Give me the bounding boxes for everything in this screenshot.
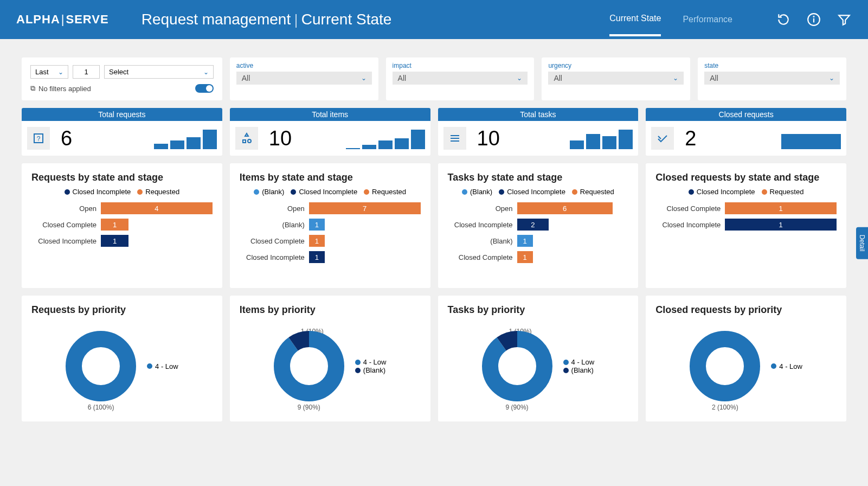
logo-right: SERVE	[66, 12, 109, 26]
kpi-title: Closed requests	[646, 108, 846, 121]
slicer-dropdown-impact[interactable]: All⌄	[393, 72, 528, 85]
page-title: Request management | Current State	[142, 11, 392, 28]
legend-item: (Blank)	[563, 366, 595, 374]
legend-item: (Blank)	[355, 366, 387, 374]
chart-title: Tasks by priority	[448, 304, 629, 316]
filter-small-icon: ⧉	[30, 84, 35, 93]
filter-card: Last⌄ 1 Select⌄ ⧉No filters applied	[22, 57, 222, 100]
select-last[interactable]: Last⌄	[30, 65, 68, 79]
kpi-title: Total items	[230, 108, 430, 121]
bar-label: (Blank)	[448, 237, 513, 245]
legend-item: Closed Incomplete	[689, 188, 755, 196]
bar-label: Closed Complete	[31, 221, 97, 229]
bar-row[interactable]: Closed Complete 1	[240, 235, 421, 247]
donut-legend: 4 - Low(Blank)	[563, 358, 595, 374]
svg-point-14	[698, 339, 752, 393]
refresh-icon[interactable]	[776, 12, 791, 27]
donut-bottom-label: 2 (100%)	[690, 404, 760, 411]
bar-label: Closed Complete	[240, 237, 305, 245]
kpi-value: 2	[685, 127, 696, 150]
kpi-value: 10	[269, 127, 292, 150]
tab-performance[interactable]: Performance	[683, 15, 732, 35]
donut-bottom-label: 9 (90%)	[274, 404, 344, 411]
kpi-closed-requests: Closed requests 2	[646, 108, 846, 156]
chart-title: Closed requests by state and stage	[655, 172, 837, 183]
legend-item: 4 - Low	[147, 362, 178, 370]
select-unit[interactable]: Select⌄	[104, 65, 214, 79]
donut-closed-requests-by-priority: Closed requests by priority 2 (100%) 4 -…	[646, 296, 846, 421]
donut-chart[interactable]: 1 (10%) 9 (90%)	[274, 331, 344, 401]
chart-requests-by-state-and-stage: Requests by state and stage Closed Incom…	[22, 163, 222, 288]
bar-row[interactable]: Open 7	[240, 202, 421, 214]
legend-item: Requested	[364, 188, 406, 196]
bar-row[interactable]: Closed Incomplete 1	[655, 219, 837, 231]
donut-legend: 4 - Low	[771, 362, 802, 370]
bar-row[interactable]: Closed Complete 1	[655, 202, 837, 214]
tab-current-state[interactable]: Current State	[609, 14, 661, 36]
bar-label: Closed Complete	[655, 204, 721, 213]
bar-row[interactable]: Closed Complete 1	[31, 219, 213, 231]
header: ALPHA|SERVE Request management | Current…	[0, 0, 868, 39]
donut-chart[interactable]: 2 (100%)	[690, 331, 760, 401]
no-filters-text: No filters applied	[38, 85, 91, 93]
bar-row[interactable]: Closed Incomplete 2	[448, 219, 629, 231]
slicer-label: active	[236, 62, 372, 69]
chart-items-by-state-and-stage: Items by state and stage (Blank)Closed I…	[230, 163, 430, 288]
slicer-impact: impact All⌄	[386, 57, 535, 100]
chart-tasks-by-state-and-stage: Tasks by state and stage (Blank)Closed I…	[438, 163, 639, 288]
bar-row[interactable]: Open 6	[448, 202, 629, 214]
svg-point-2	[813, 16, 814, 17]
slicer-dropdown-active[interactable]: All⌄	[236, 72, 372, 85]
slicer-dropdown-state[interactable]: All⌄	[704, 72, 840, 85]
bar-row[interactable]: Closed Incomplete 1	[240, 251, 421, 263]
svg-point-9	[74, 339, 128, 393]
slicer-state: state All⌄	[698, 57, 846, 100]
bar-row[interactable]: (Blank) 1	[448, 235, 629, 247]
legend-item: Requested	[762, 188, 804, 196]
legend-item: Closed Incomplete	[291, 188, 357, 196]
slicer-label: state	[704, 62, 840, 69]
kpi-icon	[235, 127, 258, 150]
donut-items-by-priority: Items by priority 1 (10%) 9 (90%) 4 - Lo…	[230, 296, 430, 421]
info-icon[interactable]	[806, 12, 821, 27]
bar-row[interactable]: Closed Complete 1	[448, 251, 629, 263]
donut-tasks-by-priority: Tasks by priority 1 (10%) 9 (90%) 4 - Lo…	[438, 296, 639, 421]
bar-row[interactable]: Closed Incomplete 1	[31, 235, 213, 247]
donut-chart[interactable]: 6 (100%)	[66, 331, 136, 401]
bar-label: Closed Incomplete	[240, 253, 305, 261]
bar-row[interactable]: (Blank) 1	[240, 219, 421, 231]
slicer-active: active All⌄	[230, 57, 378, 100]
kpi-total-tasks: Total tasks 10	[438, 108, 639, 156]
donut-legend: 4 - Low	[147, 362, 178, 370]
kpi-title: Total tasks	[438, 108, 639, 121]
chart-title: Items by state and stage	[240, 172, 421, 183]
bar-label: Open	[31, 204, 97, 213]
kpi-icon	[651, 127, 674, 150]
kpi-icon: ?	[27, 127, 50, 150]
bar-label: Closed Incomplete	[448, 221, 513, 229]
chart-title: Requests by priority	[31, 304, 213, 316]
dashboard: Last⌄ 1 Select⌄ ⧉No filters applied acti…	[0, 39, 868, 440]
logo: ALPHA|SERVE	[16, 12, 109, 27]
slicer-label: urgency	[548, 62, 684, 69]
legend-item: 4 - Low	[563, 358, 595, 366]
donut-chart[interactable]: 1 (10%) 9 (90%)	[482, 331, 552, 401]
bar-label: Open	[448, 204, 513, 213]
donut-legend: 4 - Low(Blank)	[355, 358, 387, 374]
chart-title: Items by priority	[240, 304, 421, 316]
filter-toggle[interactable]	[195, 84, 214, 93]
bar-label: Closed Incomplete	[31, 237, 97, 245]
kpi-value: 10	[477, 127, 500, 150]
filter-icon[interactable]	[837, 12, 852, 27]
chart-title: Tasks by state and stage	[448, 172, 629, 183]
slicer-dropdown-urgency[interactable]: All⌄	[548, 72, 684, 85]
chart-closed-requests-by-state-and-stage: Closed requests by state and stage Close…	[646, 163, 846, 288]
bar-row[interactable]: Open 4	[31, 202, 213, 214]
donut-bottom-label: 6 (100%)	[66, 404, 136, 411]
detail-tab[interactable]: Detail	[856, 227, 868, 259]
bar-label: Open	[240, 204, 305, 213]
legend-item: Closed Incomplete	[65, 188, 131, 196]
input-num[interactable]: 1	[73, 65, 100, 79]
donut-bottom-label: 9 (90%)	[482, 404, 552, 411]
chart-title: Requests by state and stage	[31, 172, 213, 183]
